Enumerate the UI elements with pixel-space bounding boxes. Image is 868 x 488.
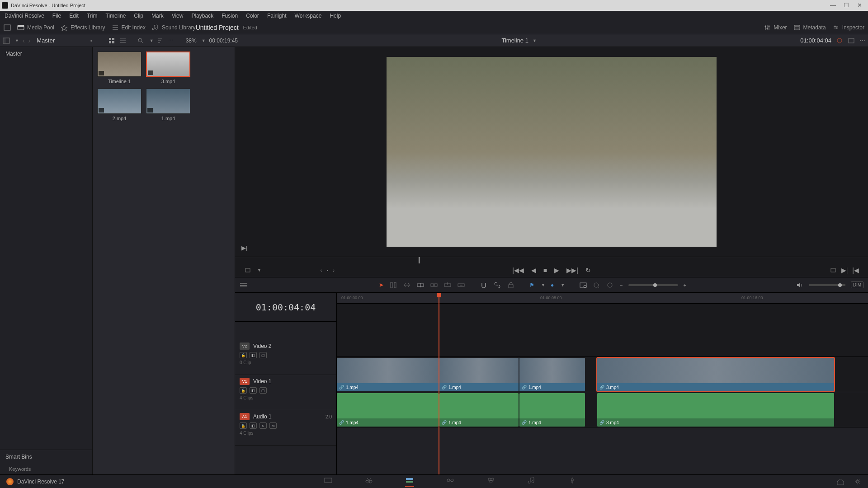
trim-tool-icon[interactable] xyxy=(389,282,397,289)
single-view-icon[interactable] xyxy=(848,38,855,44)
media-pool-button[interactable]: Media Pool xyxy=(17,24,54,31)
nav-fwd-icon[interactable]: › xyxy=(28,37,31,44)
audio-clip[interactable]: 🔗1.mp4 xyxy=(439,393,519,427)
media-page-button[interactable] xyxy=(324,477,333,487)
dim-button[interactable]: DIM xyxy=(851,282,863,288)
effects-library-button[interactable]: Effects Library xyxy=(61,24,105,31)
audio-track-1[interactable]: 🔗1.mp4🔗1.mp4🔗1.mp4🔗3.mp4 xyxy=(337,392,868,427)
video-clip[interactable]: 🔗3.mp4 xyxy=(597,358,834,391)
play-marker-icon[interactable]: ▶| xyxy=(241,244,247,251)
search-icon[interactable] xyxy=(137,38,145,44)
solo-a1-button[interactable]: S xyxy=(259,422,267,429)
overwrite-clip-icon[interactable] xyxy=(443,282,452,289)
track-header-v1[interactable]: V1 Video 1 🔒 ◧ ▢ 4 Clips xyxy=(235,375,336,410)
replace-clip-icon[interactable] xyxy=(457,282,465,289)
volume-slider[interactable] xyxy=(809,284,845,286)
audio-clip[interactable]: 🔗3.mp4 xyxy=(597,393,834,427)
mute-a1-button[interactable]: M xyxy=(269,422,277,429)
minimize-button[interactable]: — xyxy=(830,3,835,8)
stop-button[interactable]: ■ xyxy=(543,267,547,274)
disable-track-v1-icon[interactable]: ▢ xyxy=(259,387,267,394)
audio-clip[interactable]: 🔗1.mp4 xyxy=(337,393,439,427)
maximize-button[interactable]: ☐ xyxy=(844,3,849,8)
bypass-icon[interactable] xyxy=(836,38,843,44)
viewer-canvas[interactable] xyxy=(387,57,717,247)
menu-fusion[interactable]: Fusion xyxy=(218,11,241,20)
media-clip[interactable]: Timeline 1 xyxy=(97,52,142,84)
menu-trim[interactable]: Trim xyxy=(83,11,101,20)
menu-color[interactable]: Color xyxy=(242,11,263,20)
fullscreen-icon[interactable] xyxy=(4,24,11,31)
zoom-range-icon[interactable] xyxy=(579,282,587,289)
edit-index-button[interactable]: Edit Index xyxy=(112,24,146,31)
timeline-view-opts-icon[interactable] xyxy=(240,282,248,289)
disable-track-v2-icon[interactable]: ▢ xyxy=(259,352,267,358)
bin-path[interactable]: Master xyxy=(34,37,57,44)
goto-out-icon[interactable]: |◀ xyxy=(852,267,859,274)
lock-track-a1-icon[interactable]: 🔒 xyxy=(240,422,247,429)
edit-page-button[interactable] xyxy=(405,477,414,487)
time-ruler[interactable]: 01:00:00:0001:00:08:0001:00:16:00 xyxy=(337,293,868,304)
fusion-page-button[interactable] xyxy=(446,477,455,487)
menu-timeline[interactable]: Timeline xyxy=(102,11,129,20)
custom-zoom-icon[interactable] xyxy=(606,282,614,289)
menu-playback[interactable]: Playback xyxy=(188,11,217,20)
media-clip[interactable]: 3.mp4 xyxy=(146,52,190,84)
track-tag-a1[interactable]: A1 xyxy=(240,413,250,420)
snap-icon[interactable] xyxy=(480,282,488,289)
last-frame-button[interactable]: ▶▶| xyxy=(566,267,578,274)
mixer-button[interactable]: Mixer xyxy=(764,24,787,31)
timeline-timecode[interactable]: 01:00:04:04 xyxy=(235,293,336,322)
track-tag-v2[interactable]: V2 xyxy=(240,343,250,350)
marker-opts-icon[interactable]: ▼ xyxy=(561,283,565,287)
smart-bins-header[interactable]: Smart Bins xyxy=(0,450,92,464)
close-button[interactable]: ✕ xyxy=(857,3,863,8)
master-bin[interactable]: Master xyxy=(0,47,92,61)
home-button[interactable] xyxy=(836,478,844,485)
match-frame-prev-icon[interactable]: ‹ xyxy=(321,267,322,273)
flag-icon[interactable]: ⚑ xyxy=(529,282,534,288)
menu-clip[interactable]: Clip xyxy=(130,11,147,20)
deliver-page-button[interactable] xyxy=(568,477,577,487)
menu-file[interactable]: File xyxy=(49,11,65,20)
grid-view-icon[interactable] xyxy=(108,38,116,44)
chevron-down-icon[interactable]: ▼ xyxy=(15,38,19,43)
play-button[interactable]: ▶ xyxy=(554,267,559,274)
menu-help[interactable]: Help xyxy=(326,11,344,20)
zoom-out-icon[interactable]: − xyxy=(620,282,623,288)
auto-select-v1-icon[interactable]: ◧ xyxy=(250,387,257,394)
menu-edit[interactable]: Edit xyxy=(66,11,82,20)
volume-icon[interactable] xyxy=(796,282,804,289)
sound-library-button[interactable]: Sound Library xyxy=(152,24,196,31)
keywords-bin[interactable]: Keywords xyxy=(0,464,92,474)
menu-mark[interactable]: Mark xyxy=(148,11,167,20)
match-frame-icon[interactable]: • xyxy=(326,267,328,273)
selection-tool-icon[interactable]: ➤ xyxy=(379,282,384,288)
track-header-v2[interactable]: V2 Video 2 🔒 ◧ ▢ 0 Clip xyxy=(235,340,336,375)
timeline-select-icon[interactable]: ▼ xyxy=(533,38,537,43)
lock-track-v1-icon[interactable]: 🔒 xyxy=(240,387,247,394)
track-lanes[interactable]: 01:00:00:0001:00:08:0001:00:16:00 🔗1.mp4… xyxy=(337,293,868,474)
playhead[interactable] xyxy=(439,293,439,474)
viewer-more-icon[interactable]: ⋯ xyxy=(859,37,865,44)
scrubber-playhead[interactable] xyxy=(419,257,420,263)
media-clip[interactable]: 2.mp4 xyxy=(97,89,142,121)
fairlight-page-button[interactable] xyxy=(527,477,536,487)
auto-select-a1-icon[interactable]: ◧ xyxy=(250,422,257,429)
transform-opts-icon[interactable]: ▼ xyxy=(257,268,261,272)
video-track-2[interactable] xyxy=(337,322,868,357)
menu-davinci-resolve[interactable]: DaVinci Resolve xyxy=(1,11,48,20)
viewer-scrubber[interactable] xyxy=(235,257,868,263)
project-settings-button[interactable] xyxy=(854,478,862,485)
menu-fairlight[interactable]: Fairlight xyxy=(264,11,290,20)
dynamic-trim-icon[interactable] xyxy=(403,282,411,289)
panel-layout-icon[interactable] xyxy=(3,38,10,44)
position-lock-icon[interactable] xyxy=(507,282,515,289)
track-header-a1[interactable]: A1 Audio 1 2.0 🔒 ◧ S M 4 Clips xyxy=(235,410,336,446)
media-clip[interactable]: 1.mp4 xyxy=(146,89,190,121)
prev-frame-button[interactable]: ◀ xyxy=(531,267,536,274)
lock-track-v2-icon[interactable]: 🔒 xyxy=(240,352,247,358)
video-track-1[interactable]: 🔗1.mp4🔗1.mp4🔗1.mp4🔗3.mp4 xyxy=(337,357,868,392)
match-frame-next-icon[interactable]: › xyxy=(333,267,335,273)
cut-page-button[interactable] xyxy=(364,477,373,487)
